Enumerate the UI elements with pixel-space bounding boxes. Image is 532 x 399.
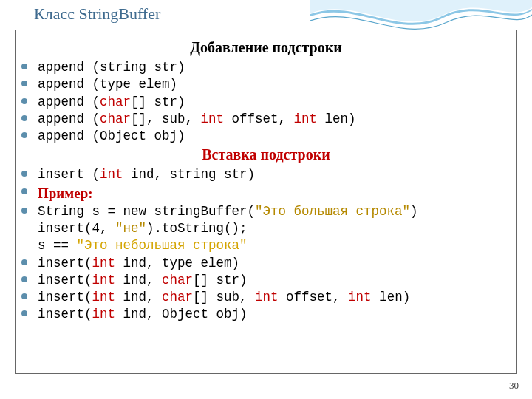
insert-list-2: insert(int ind, type elem) insert(int in… <box>20 255 512 324</box>
heading-insert: Вставка подстроки <box>20 146 512 163</box>
code-cont: s == "Это небольшая строка" <box>20 237 512 254</box>
list-item: append (type elem) <box>20 76 512 93</box>
list-item: insert(int ind, char[] sub, int offset, … <box>20 289 512 306</box>
page-number: 30 <box>509 380 519 392</box>
list-item: append (Object obj) <box>20 128 512 145</box>
content-box: Добавление подстроки append (string str)… <box>15 30 517 374</box>
list-item: insert(int ind, Object obj) <box>20 306 512 323</box>
list-item: append (char[] str) <box>20 94 512 111</box>
slide: Класс StringBuffer Добавление подстроки … <box>0 0 532 399</box>
append-list: append (string str) append (type elem) a… <box>20 59 512 145</box>
list-item: String s = new stringBuffer("Это большая… <box>20 203 512 220</box>
insert-list: insert (int ind, string str) Пример: Str… <box>20 166 512 220</box>
list-item: append (string str) <box>20 59 512 76</box>
list-item: Пример: <box>20 184 512 203</box>
list-item: insert(int ind, char[] str) <box>20 272 512 289</box>
heading-append: Добавление подстроки <box>20 39 512 56</box>
list-item: insert (int ind, string str) <box>20 166 512 183</box>
list-item: insert(int ind, type elem) <box>20 255 512 272</box>
slide-title: Класс StringBuffer <box>34 4 160 24</box>
list-item: append (char[], sub, int offset, int len… <box>20 111 512 128</box>
code-cont: insert(4, "не").toString(); <box>20 220 512 237</box>
